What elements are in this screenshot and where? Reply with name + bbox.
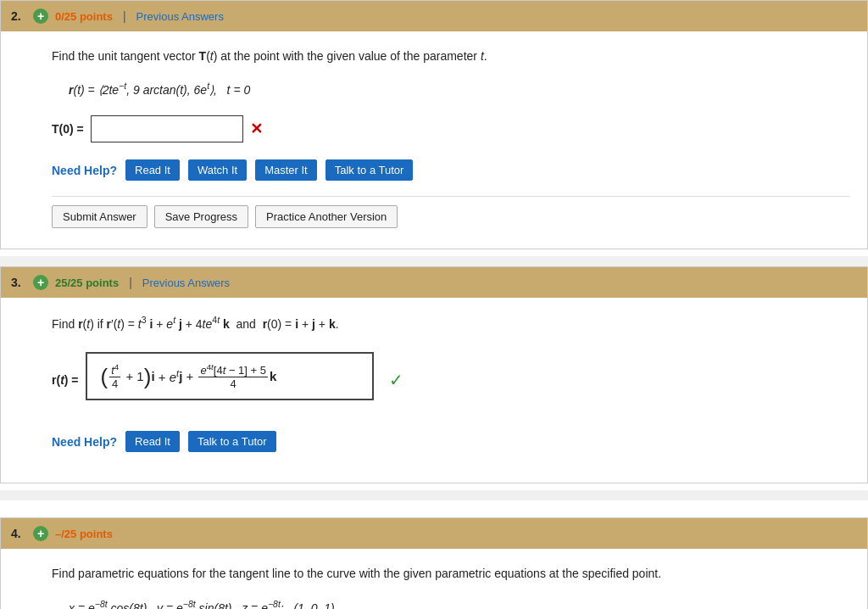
problem-4-points: –/25 points	[55, 528, 113, 540]
problem-2-clear-button[interactable]: ✕	[250, 120, 263, 138]
problem-2-read-it-btn[interactable]: Read It	[125, 159, 180, 181]
problem-3-number: 3.	[11, 276, 26, 289]
problem-2-action-row: Submit Answer Save Progress Practice Ano…	[52, 196, 850, 233]
problem-2-submit-btn[interactable]: Submit Answer	[52, 205, 147, 228]
separator-2: |	[123, 9, 126, 23]
prev-answers-link-2[interactable]: Previous Answers	[136, 10, 224, 23]
paren-open-outer: (	[101, 366, 108, 388]
problem-2-points: 0/25 points	[55, 10, 113, 23]
problem-3-question: Find r(t) if r′(t) = t3 i + et j + 4te4t…	[52, 313, 850, 333]
problem-3-read-it-btn[interactable]: Read It	[125, 431, 180, 452]
plus-1-text: + 1	[122, 369, 143, 383]
problem-2: 2. + 0/25 points | Previous Answers Find…	[0, 0, 868, 249]
problem-2-need-help-row: Need Help? Read It Watch It Master It Ta…	[52, 159, 850, 181]
fraction-t4: t4 4	[109, 362, 120, 390]
T-bold: T	[199, 49, 207, 63]
problem-2-answer-row: T(0) = ✕	[52, 115, 850, 142]
problem-4-formula: x = e−8t cos(8t), y = e−8t sin(8t), z = …	[69, 595, 850, 609]
problem-3-answer-label: r(t) =	[52, 373, 79, 387]
prev-answers-link-3[interactable]: Previous Answers	[142, 277, 230, 289]
problem-2-content: Find the unit tangent vector T(t) at the…	[1, 31, 867, 249]
problem-3: 3. + 25/25 points | Previous Answers Fin…	[0, 266, 868, 483]
problem-4-question: Find parametric equations for the tangen…	[52, 564, 850, 583]
problem-3-talk-tutor-btn[interactable]: Talk to a Tutor	[188, 431, 276, 452]
problem-2-practice-btn[interactable]: Practice Another Version	[255, 205, 398, 228]
plus-icon-2: +	[33, 8, 48, 24]
problem-2-save-btn[interactable]: Save Progress	[154, 205, 248, 228]
problem-4-header: 4. + –/25 points	[1, 518, 867, 549]
problem-4-content: Find parametric equations for the tangen…	[1, 549, 867, 609]
problem-2-talk-tutor-btn[interactable]: Talk to a Tutor	[326, 159, 414, 181]
problem-2-need-help-label: Need Help?	[52, 164, 117, 177]
plus-icon-3: +	[33, 275, 48, 290]
k-vec: k	[270, 369, 276, 383]
problem-2-watch-it-btn[interactable]: Watch It	[188, 159, 247, 181]
problem-2-question: Find the unit tangent vector T(t) at the…	[52, 47, 850, 65]
gap-2	[0, 490, 868, 500]
plus-icon-4: +	[33, 526, 48, 541]
problem-2-master-it-btn[interactable]: Master It	[255, 159, 317, 181]
problem-2-answer-label: T(0) =	[52, 122, 84, 136]
check-icon-3: ✓	[389, 370, 403, 390]
problem-3-header: 3. + 25/25 points | Previous Answers	[1, 267, 867, 298]
problem-3-content: Find r(t) if r′(t) = t3 i + et j + 4te4t…	[1, 298, 867, 483]
spacer-between	[0, 500, 868, 517]
problem-4: 4. + –/25 points Find parametric equatio…	[0, 517, 868, 609]
problem-2-formula: r(t) = ⟨2te−t, 9 arctan(t), 6et⟩, t = 0	[69, 77, 850, 102]
problem-4-number: 4.	[11, 527, 26, 540]
problem-2-header: 2. + 0/25 points | Previous Answers	[1, 1, 867, 31]
gap-1	[0, 256, 868, 266]
problem-2-answer-input[interactable]	[91, 115, 243, 142]
problem-3-answer-row: r(t) = ( t4 4 + 1 ) i + et j + e4t[4t − …	[52, 345, 850, 414]
problem-3-need-help-label: Need Help?	[52, 435, 117, 449]
paren-close-outer: )	[144, 366, 152, 388]
problem-2-number: 2.	[11, 9, 26, 23]
separator-3: |	[129, 276, 132, 289]
problem-3-points: 25/25 points	[55, 277, 119, 289]
plus-e-text: + et	[155, 368, 180, 384]
problem-3-need-help-row: Need Help? Read It Talk to a Tutor	[52, 431, 850, 452]
problem-3-answer-box: ( t4 4 + 1 ) i + et j + e4t[4t − 1] + 5 …	[86, 352, 374, 400]
fraction-e4t: e4t[4t − 1] + 5 4	[198, 362, 268, 390]
plus-frac-text: +	[182, 369, 197, 383]
